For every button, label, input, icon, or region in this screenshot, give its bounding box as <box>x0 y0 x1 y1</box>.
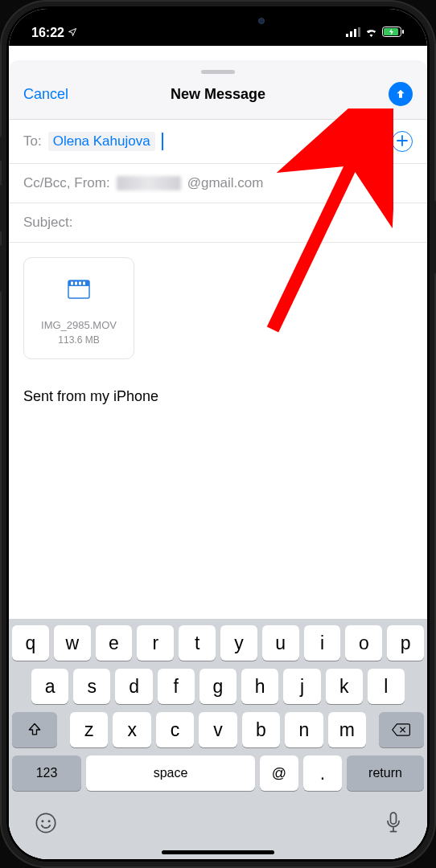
backspace-icon <box>392 723 411 737</box>
return-key[interactable]: return <box>347 755 424 791</box>
cancel-button[interactable]: Cancel <box>23 86 68 103</box>
key-r[interactable]: r <box>137 625 174 661</box>
key-k[interactable]: k <box>326 669 363 704</box>
to-field[interactable]: To: Olena Kahujova <box>9 120 427 164</box>
key-m[interactable]: m <box>328 712 366 747</box>
key-p[interactable]: p <box>387 625 424 661</box>
key-w[interactable]: w <box>54 625 91 661</box>
emoji-icon <box>35 812 57 834</box>
key-z[interactable]: z <box>70 712 108 747</box>
ccbcc-from-field[interactable]: Cc/Bcc, From: @gmail.com <box>9 164 427 203</box>
subject-field[interactable]: Subject: <box>9 203 427 243</box>
svg-rect-0 <box>346 34 348 37</box>
svg-point-15 <box>41 820 43 822</box>
phone-frame: 16:22 <box>0 0 436 868</box>
notch <box>138 9 298 33</box>
attachment-size: 113.6 MB <box>32 334 125 346</box>
key-j[interactable]: j <box>283 669 320 704</box>
volume-down-button <box>0 245 2 292</box>
send-button[interactable] <box>389 82 413 106</box>
keyboard-row-4: 123 space @ . return <box>12 755 424 791</box>
key-t[interactable]: t <box>179 625 216 661</box>
email-signature: Sent from my iPhone <box>23 388 413 405</box>
key-o[interactable]: o <box>345 625 382 661</box>
numbers-key[interactable]: 123 <box>12 755 81 791</box>
wifi-icon <box>364 26 378 40</box>
emoji-button[interactable] <box>35 812 57 837</box>
svg-point-14 <box>36 813 55 832</box>
key-a[interactable]: a <box>31 669 68 704</box>
key-n[interactable]: n <box>285 712 323 747</box>
compose-header: Cancel New Message <box>9 60 427 120</box>
svg-point-16 <box>48 820 51 822</box>
key-q[interactable]: q <box>12 625 49 661</box>
ccbcc-from-label: Cc/Bcc, From: <box>23 175 110 191</box>
key-e[interactable]: e <box>96 625 133 661</box>
key-x[interactable]: x <box>113 712 150 747</box>
shift-key[interactable] <box>12 712 57 747</box>
key-h[interactable]: h <box>241 669 278 704</box>
sheet-grabber[interactable] <box>201 70 235 74</box>
recipient-chip[interactable]: Olena Kahujova <box>48 132 155 151</box>
key-s[interactable]: s <box>73 669 110 704</box>
key-i[interactable]: i <box>304 625 341 661</box>
space-key[interactable]: space <box>86 755 255 791</box>
email-body[interactable]: IMG_2985.MOV 113.6 MB Sent from my iPhon… <box>9 243 427 619</box>
svg-rect-6 <box>402 30 404 34</box>
svg-rect-3 <box>358 27 360 37</box>
svg-rect-1 <box>350 31 352 37</box>
microphone-icon <box>385 812 401 834</box>
subject-label: Subject: <box>23 215 72 231</box>
home-indicator[interactable] <box>162 850 274 854</box>
keyboard: qwertyuiop asdfghjkl zxcvbnm 123 space <box>9 619 427 859</box>
key-c[interactable]: c <box>156 712 194 747</box>
to-label: To: <box>23 133 42 149</box>
keyboard-bottom-bar <box>12 799 424 845</box>
key-d[interactable]: d <box>115 669 152 704</box>
keyboard-row-3: zxcvbnm <box>12 712 424 747</box>
add-contact-button[interactable] <box>392 131 413 152</box>
key-l[interactable]: l <box>368 669 405 704</box>
key-v[interactable]: v <box>199 712 237 747</box>
svg-rect-17 <box>391 813 397 824</box>
location-arrow-icon <box>68 26 77 40</box>
text-cursor <box>162 133 163 150</box>
at-key[interactable]: @ <box>260 755 298 791</box>
page-title: New Message <box>171 86 265 103</box>
key-b[interactable]: b <box>242 712 280 747</box>
key-y[interactable]: y <box>220 625 257 661</box>
attachment-card[interactable]: IMG_2985.MOV 113.6 MB <box>23 257 134 359</box>
svg-rect-9 <box>71 282 73 285</box>
cellular-signal-icon <box>346 26 360 40</box>
volume-up-button <box>0 185 2 231</box>
svg-rect-11 <box>79 282 81 285</box>
redacted-email-prefix <box>117 176 181 190</box>
keyboard-row-1: qwertyuiop <box>12 625 424 661</box>
video-file-icon <box>65 276 93 303</box>
period-key[interactable]: . <box>303 755 342 791</box>
dictation-button[interactable] <box>385 812 401 837</box>
plus-icon <box>397 135 408 146</box>
key-u[interactable]: u <box>262 625 299 661</box>
silence-switch <box>0 137 2 161</box>
backspace-key[interactable] <box>379 712 424 747</box>
arrow-up-icon <box>394 88 407 100</box>
battery-icon <box>382 26 405 40</box>
attachment-name: IMG_2985.MOV <box>32 319 125 331</box>
svg-rect-10 <box>75 282 77 285</box>
from-email-suffix: @gmail.com <box>187 175 264 191</box>
status-time: 16:22 <box>31 26 64 40</box>
svg-rect-2 <box>354 29 356 37</box>
key-g[interactable]: g <box>199 669 237 704</box>
key-f[interactable]: f <box>158 669 195 704</box>
svg-rect-12 <box>83 282 85 285</box>
keyboard-row-2: asdfghjkl <box>12 669 424 704</box>
shift-icon <box>27 722 43 738</box>
